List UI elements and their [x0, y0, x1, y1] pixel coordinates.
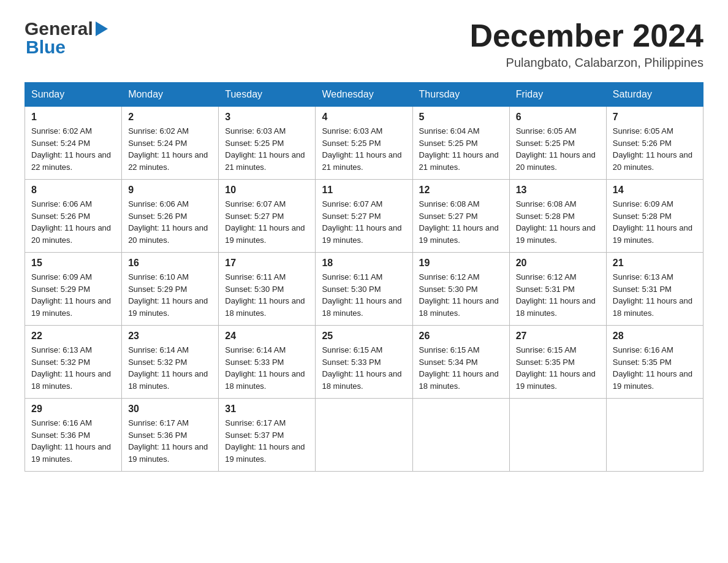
day-info: Sunrise: 6:03 AMSunset: 5:25 PMDaylight:…	[322, 125, 406, 173]
table-row: 17 Sunrise: 6:11 AMSunset: 5:30 PMDaylig…	[219, 253, 316, 326]
day-number: 15	[31, 258, 115, 269]
table-row	[316, 399, 412, 472]
table-row: 3 Sunrise: 6:03 AMSunset: 5:25 PMDayligh…	[219, 107, 316, 180]
table-row: 31 Sunrise: 6:17 AMSunset: 5:37 PMDaylig…	[219, 399, 316, 472]
header-sunday: Sunday	[25, 83, 122, 107]
day-info: Sunrise: 6:11 AMSunset: 5:30 PMDaylight:…	[322, 271, 406, 319]
day-info: Sunrise: 6:13 AMSunset: 5:32 PMDaylight:…	[31, 344, 115, 392]
logo-blue-text: Blue	[25, 37, 108, 58]
table-row: 23 Sunrise: 6:14 AMSunset: 5:32 PMDaylig…	[122, 326, 219, 399]
day-info: Sunrise: 6:10 AMSunset: 5:29 PMDaylight:…	[128, 271, 212, 319]
table-row: 6 Sunrise: 6:05 AMSunset: 5:25 PMDayligh…	[509, 107, 606, 180]
table-row: 10 Sunrise: 6:07 AMSunset: 5:27 PMDaylig…	[219, 180, 316, 253]
header-thursday: Thursday	[412, 83, 509, 107]
table-row: 8 Sunrise: 6:06 AMSunset: 5:26 PMDayligh…	[25, 180, 122, 253]
table-row: 15 Sunrise: 6:09 AMSunset: 5:29 PMDaylig…	[25, 253, 122, 326]
day-number: 5	[419, 112, 503, 123]
table-row: 29 Sunrise: 6:16 AMSunset: 5:36 PMDaylig…	[25, 399, 122, 472]
header-tuesday: Tuesday	[219, 83, 316, 107]
table-row: 18 Sunrise: 6:11 AMSunset: 5:30 PMDaylig…	[316, 253, 412, 326]
table-row: 19 Sunrise: 6:12 AMSunset: 5:30 PMDaylig…	[412, 253, 509, 326]
table-row: 25 Sunrise: 6:15 AMSunset: 5:33 PMDaylig…	[316, 326, 412, 399]
day-number: 10	[225, 185, 309, 196]
day-number: 11	[322, 185, 406, 196]
day-info: Sunrise: 6:02 AMSunset: 5:24 PMDaylight:…	[31, 125, 115, 173]
day-number: 22	[31, 331, 115, 342]
table-row: 4 Sunrise: 6:03 AMSunset: 5:25 PMDayligh…	[316, 107, 412, 180]
logo-arrow-icon	[96, 21, 108, 36]
calendar-header-row: Sunday Monday Tuesday Wednesday Thursday…	[25, 83, 703, 107]
day-info: Sunrise: 6:04 AMSunset: 5:25 PMDaylight:…	[419, 125, 503, 173]
day-info: Sunrise: 6:16 AMSunset: 5:36 PMDaylight:…	[31, 417, 115, 465]
day-number: 24	[225, 331, 309, 342]
day-number: 26	[419, 331, 503, 342]
table-row: 14 Sunrise: 6:09 AMSunset: 5:28 PMDaylig…	[606, 180, 703, 253]
day-number: 21	[613, 258, 697, 269]
table-row: 30 Sunrise: 6:17 AMSunset: 5:36 PMDaylig…	[122, 399, 219, 472]
day-info: Sunrise: 6:02 AMSunset: 5:24 PMDaylight:…	[128, 125, 212, 173]
table-row: 28 Sunrise: 6:16 AMSunset: 5:35 PMDaylig…	[606, 326, 703, 399]
logo-general-text: General	[25, 18, 93, 39]
table-row: 9 Sunrise: 6:06 AMSunset: 5:26 PMDayligh…	[122, 180, 219, 253]
table-row: 12 Sunrise: 6:08 AMSunset: 5:27 PMDaylig…	[412, 180, 509, 253]
day-number: 3	[225, 112, 309, 123]
day-info: Sunrise: 6:13 AMSunset: 5:31 PMDaylight:…	[613, 271, 697, 319]
day-number: 7	[613, 112, 697, 123]
table-row	[509, 399, 606, 472]
day-number: 4	[322, 112, 406, 123]
day-info: Sunrise: 6:15 AMSunset: 5:35 PMDaylight:…	[516, 344, 600, 392]
day-number: 19	[419, 258, 503, 269]
day-number: 20	[516, 258, 600, 269]
table-row: 27 Sunrise: 6:15 AMSunset: 5:35 PMDaylig…	[509, 326, 606, 399]
day-number: 31	[225, 404, 309, 415]
day-info: Sunrise: 6:14 AMSunset: 5:32 PMDaylight:…	[128, 344, 212, 392]
day-info: Sunrise: 6:08 AMSunset: 5:27 PMDaylight:…	[419, 198, 503, 246]
table-row: 22 Sunrise: 6:13 AMSunset: 5:32 PMDaylig…	[25, 326, 122, 399]
day-number: 27	[516, 331, 600, 342]
day-info: Sunrise: 6:09 AMSunset: 5:29 PMDaylight:…	[31, 271, 115, 319]
day-info: Sunrise: 6:05 AMSunset: 5:25 PMDaylight:…	[516, 125, 600, 173]
day-info: Sunrise: 6:07 AMSunset: 5:27 PMDaylight:…	[322, 198, 406, 246]
day-number: 17	[225, 258, 309, 269]
day-info: Sunrise: 6:03 AMSunset: 5:25 PMDaylight:…	[225, 125, 309, 173]
day-info: Sunrise: 6:12 AMSunset: 5:31 PMDaylight:…	[516, 271, 600, 319]
day-number: 18	[322, 258, 406, 269]
day-info: Sunrise: 6:06 AMSunset: 5:26 PMDaylight:…	[31, 198, 115, 246]
day-info: Sunrise: 6:08 AMSunset: 5:28 PMDaylight:…	[516, 198, 600, 246]
day-number: 8	[31, 185, 115, 196]
table-row: 21 Sunrise: 6:13 AMSunset: 5:31 PMDaylig…	[606, 253, 703, 326]
page-header: General Blue December 2024 Pulangbato, C…	[25, 18, 703, 70]
day-info: Sunrise: 6:15 AMSunset: 5:34 PMDaylight:…	[419, 344, 503, 392]
day-number: 25	[322, 331, 406, 342]
day-number: 6	[516, 112, 600, 123]
day-info: Sunrise: 6:12 AMSunset: 5:30 PMDaylight:…	[419, 271, 503, 319]
day-number: 14	[613, 185, 697, 196]
table-row: 5 Sunrise: 6:04 AMSunset: 5:25 PMDayligh…	[412, 107, 509, 180]
day-info: Sunrise: 6:11 AMSunset: 5:30 PMDaylight:…	[225, 271, 309, 319]
table-row	[412, 399, 509, 472]
day-number: 29	[31, 404, 115, 415]
location-subtitle: Pulangbato, Calabarzon, Philippines	[469, 56, 703, 70]
day-info: Sunrise: 6:09 AMSunset: 5:28 PMDaylight:…	[613, 198, 697, 246]
calendar-week-row: 29 Sunrise: 6:16 AMSunset: 5:36 PMDaylig…	[25, 399, 703, 472]
day-number: 13	[516, 185, 600, 196]
table-row: 26 Sunrise: 6:15 AMSunset: 5:34 PMDaylig…	[412, 326, 509, 399]
day-number: 1	[31, 112, 115, 123]
page-title: December 2024	[469, 18, 703, 53]
header-monday: Monday	[122, 83, 219, 107]
day-number: 9	[128, 185, 212, 196]
logo: General Blue	[25, 18, 108, 58]
day-number: 12	[419, 185, 503, 196]
day-number: 30	[128, 404, 212, 415]
day-info: Sunrise: 6:15 AMSunset: 5:33 PMDaylight:…	[322, 344, 406, 392]
table-row: 11 Sunrise: 6:07 AMSunset: 5:27 PMDaylig…	[316, 180, 412, 253]
calendar-week-row: 22 Sunrise: 6:13 AMSunset: 5:32 PMDaylig…	[25, 326, 703, 399]
day-info: Sunrise: 6:07 AMSunset: 5:27 PMDaylight:…	[225, 198, 309, 246]
day-number: 28	[613, 331, 697, 342]
calendar-week-row: 8 Sunrise: 6:06 AMSunset: 5:26 PMDayligh…	[25, 180, 703, 253]
table-row: 7 Sunrise: 6:05 AMSunset: 5:26 PMDayligh…	[606, 107, 703, 180]
svg-marker-0	[96, 21, 108, 36]
day-info: Sunrise: 6:06 AMSunset: 5:26 PMDaylight:…	[128, 198, 212, 246]
table-row	[606, 399, 703, 472]
calendar-table: Sunday Monday Tuesday Wednesday Thursday…	[25, 82, 703, 472]
